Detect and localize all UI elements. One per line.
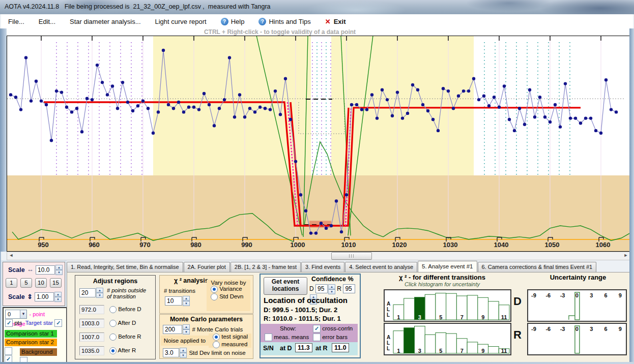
- radio-noise-applied-test-signal[interactable]: [213, 333, 220, 341]
- stddev-spinner[interactable]: ▲▼: [180, 348, 187, 358]
- scale-v-arrow-icon: ⇕: [27, 293, 32, 300]
- show-label: Show:: [280, 325, 296, 331]
- stddev-value[interactable]: 3.0: [163, 348, 179, 357]
- svg-text:L: L: [387, 312, 390, 318]
- transitions-spinner[interactable]: ▲▼: [183, 296, 190, 306]
- tab-2a-fourier-plot[interactable]: 2A. Fourier plot: [184, 262, 230, 272]
- menu-item-label: File...: [8, 18, 24, 25]
- svg-text:L: L: [387, 307, 390, 312]
- target-star-label: Target star: [25, 320, 53, 326]
- chart-horizontal-scrollbar[interactable]: ◄ ►: [7, 252, 630, 260]
- transitions-subtitle: Click histogram for uncertainty: [362, 281, 522, 287]
- scale-panel: Scale ⇔ 10.0▲▼ 1 5 10 15 Scale ⇕ 1.00▲▼: [3, 262, 65, 306]
- svg-text:980: 980: [190, 241, 201, 249]
- uncertainty-histogram-r[interactable]: -9-6-30369: [527, 323, 627, 355]
- pts-label: pts: [14, 320, 22, 326]
- cross-corrln-checkbox[interactable]: [313, 325, 321, 332]
- region-label-before-r: Before R: [117, 333, 141, 340]
- transitions-title: χ ² - for different transitions: [362, 274, 522, 281]
- menu-item-file[interactable]: File...: [1, 18, 32, 25]
- uncertainty-histogram-d[interactable]: -9-6-30369: [527, 289, 627, 322]
- region-value-before-r[interactable]: 1007.0: [79, 332, 104, 342]
- tab-6-camera-corrections-final-tim[interactable]: 6. Camera corrections & final times Even…: [478, 262, 597, 272]
- confidence-d-spinner[interactable]: ▲▼: [328, 284, 335, 294]
- region-label-after-d: After D: [117, 320, 136, 326]
- label-test-signal: test signal: [220, 333, 248, 340]
- menu-item-label: Light curve report: [155, 18, 207, 25]
- svg-text:11: 11: [501, 314, 507, 320]
- error-bars-checkbox[interactable]: [313, 333, 321, 341]
- menu-item-label: Help: [231, 18, 245, 25]
- radio-before-d[interactable]: [109, 306, 117, 313]
- tab-5-analyse-event-1[interactable]: 5. Analyse event #1: [418, 261, 477, 272]
- svg-text:7: 7: [460, 314, 464, 320]
- window-right-edge[interactable]: [629, 28, 634, 364]
- tab-1-read-integrity-set-time-bin-[interactable]: 1. Read, Integrity, Set time, Bin & norm…: [67, 262, 183, 272]
- chi2-histogram-d[interactable]: ALL1357911: [384, 289, 511, 322]
- sn-d-value: 11.3: [295, 343, 312, 352]
- svg-text:1040: 1040: [494, 241, 509, 249]
- region-value-before-d[interactable]: 972.0: [79, 305, 104, 314]
- menu-item-label: Hints and Tips: [269, 18, 310, 25]
- meas-means-checkbox[interactable]: [265, 333, 272, 341]
- menu-item-exit[interactable]: ✕Exit: [318, 18, 353, 25]
- svg-text:-3: -3: [560, 326, 565, 332]
- points-outside-spinner[interactable]: ▲▼: [96, 288, 103, 298]
- radio-noise-applied-measured[interactable]: [213, 341, 220, 348]
- menu-bar: File...Edit...Star diameter analysis...L…: [1, 14, 633, 28]
- tab-4-select-event-to-analyse[interactable]: 4. Select event to analyse: [345, 262, 417, 272]
- cross-corrln-label: cross-corrln: [322, 325, 353, 331]
- region-value-after-r[interactable]: 1035.0: [79, 346, 104, 355]
- transitions-value[interactable]: 10: [165, 296, 182, 306]
- noise-applied-label: Noise applied to: [161, 336, 209, 346]
- trials-spinner[interactable]: ▲▼: [183, 324, 190, 335]
- r-location: R: 1010.0 - 1011.5; Dur. 1: [264, 315, 341, 322]
- scale-v-value[interactable]: 1.00: [35, 292, 54, 301]
- menu-item-star-diameter-analysis[interactable]: Star diameter analysis...: [63, 18, 148, 25]
- sn-at-d-label: at D: [280, 345, 292, 352]
- zoom-button-15[interactable]: 15: [50, 278, 62, 288]
- get-event-locations-button[interactable]: Get event locations: [264, 277, 307, 295]
- zoom-button-10[interactable]: 10: [35, 278, 47, 288]
- radio-vary-noise-variance[interactable]: [211, 286, 218, 293]
- svg-text:5: 5: [439, 348, 442, 354]
- error-bars-label: error bars: [322, 334, 348, 340]
- point-average-dropdown[interactable]: 0: [5, 310, 27, 319]
- zoom-button-5[interactable]: 5: [20, 278, 32, 288]
- scrollbar-thumb[interactable]: [331, 252, 372, 260]
- scroll-left-arrow-icon[interactable]: ◄: [7, 252, 15, 259]
- menu-item-edit[interactable]: Edit...: [32, 18, 63, 25]
- pts-checkbox[interactable]: [5, 319, 13, 327]
- radio-vary-noise-std-devn[interactable]: [211, 293, 218, 300]
- scale-h-value[interactable]: 10.0: [36, 265, 55, 275]
- menu-item-light-curve-report[interactable]: Light curve report: [148, 18, 214, 25]
- tab-3-find-events[interactable]: 3. Find events: [301, 262, 344, 272]
- radio-after-d[interactable]: [109, 320, 117, 327]
- zoom-button-1[interactable]: 1: [6, 278, 17, 288]
- menu-item-hints-and-tips[interactable]: ?Hints and Tips: [251, 18, 318, 25]
- radio-after-r[interactable]: [109, 347, 117, 354]
- title-bar[interactable]: AOTA v4.2024.11.8 File being processed i…: [0, 0, 634, 14]
- tab-content-panel: Adjust regions 20▲▼ # points outside of …: [67, 272, 633, 363]
- points-outside-value[interactable]: 20: [79, 288, 96, 297]
- comparison2-label: Comparison star 2: [5, 339, 57, 346]
- confidence-label: Confidence %: [311, 276, 354, 283]
- confidence-d-value[interactable]: 95: [315, 284, 328, 293]
- confidence-r-value[interactable]: 95: [343, 284, 355, 293]
- chi2-histogram-r[interactable]: ALL1357911: [384, 323, 511, 355]
- svg-text:-6: -6: [545, 292, 551, 298]
- target-star-checkbox[interactable]: [54, 319, 62, 327]
- scale-h-spinner[interactable]: ▲▼: [55, 265, 63, 275]
- region-value-after-d[interactable]: 1003.0: [79, 319, 104, 328]
- location-title: Location of occultation: [264, 296, 348, 305]
- trials-value[interactable]: 200: [163, 325, 182, 334]
- radio-before-r[interactable]: [109, 333, 117, 341]
- scroll-right-arrow-icon[interactable]: ►: [622, 252, 630, 259]
- svg-text:960: 960: [89, 241, 100, 249]
- svg-text:11: 11: [501, 348, 507, 354]
- menu-item-help[interactable]: ?Help: [214, 18, 252, 25]
- tab-2b-1-2-3-frame-test[interactable]: 2B. [1, 2 & 3] - frame test: [230, 262, 301, 272]
- scale-v-spinner[interactable]: ▲▼: [54, 292, 62, 302]
- light-curve-chart[interactable]: 9509609709809901000101010201030104010501…: [7, 36, 630, 252]
- help-icon: ?: [221, 18, 228, 25]
